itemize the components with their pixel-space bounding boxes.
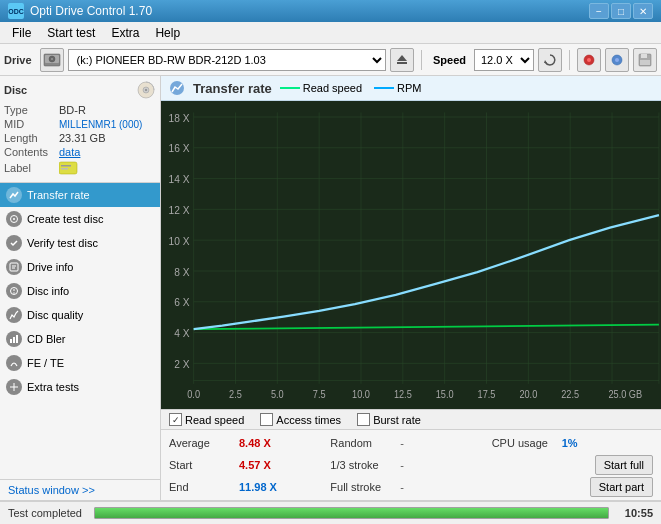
access-times-checkbox[interactable] [260,413,273,426]
nav-extra-tests[interactable]: Extra tests [0,375,160,399]
progress-bar [94,507,609,519]
progress-bar-fill [95,508,608,518]
full-stroke-label: Full stroke [330,481,400,493]
minimize-button[interactable]: − [589,3,609,19]
status-window-button[interactable]: Status window >> [0,479,160,500]
chart-header: Transfer rate Read speed RPM [161,76,661,101]
third-stroke-label: 1/3 stroke [330,459,400,471]
nav-verify-test-disc-label: Verify test disc [27,237,98,249]
nav-verify-test-disc[interactable]: Verify test disc [0,231,160,255]
nav-cd-bler[interactable]: CD Bler [0,327,160,351]
disc-panel-header: Disc [4,80,156,100]
svg-text:20.0: 20.0 [519,388,537,400]
legend-rpm: RPM [374,82,421,94]
svg-text:0.0: 0.0 [187,388,200,400]
stats-row-end: End 11.98 X Full stroke - Start part [169,476,653,498]
cb-read-speed[interactable]: ✓ Read speed [169,413,244,426]
svg-rect-28 [10,339,12,343]
svg-text:15.0: 15.0 [436,388,454,400]
disc-red-button[interactable] [577,48,601,72]
cpu-value: 1% [562,437,612,449]
maximize-button[interactable]: □ [611,3,631,19]
verify-test-disc-icon [6,235,22,251]
menu-start-test[interactable]: Start test [39,24,103,42]
random-value: - [400,437,430,449]
chart-icon [169,80,185,96]
nav-drive-info[interactable]: Drive info [0,255,160,279]
disc-label-icon [59,160,79,176]
toolbar-separator-1 [421,50,422,70]
burst-rate-checkbox[interactable] [357,413,370,426]
svg-point-27 [13,292,14,293]
cb-burst-rate[interactable]: Burst rate [357,413,421,426]
start-part-cell: Start part [492,477,653,497]
svg-text:18 X: 18 X [169,111,190,124]
eject-button[interactable] [390,48,414,72]
nav-disc-info[interactable]: Disc info [0,279,160,303]
disc-panel: Disc Type BD-R MID MILLENMR1 (000) Lengt… [0,76,160,183]
disc-mid-row: MID MILLENMR1 (000) [4,118,156,130]
disc-contents-value[interactable]: data [59,146,80,158]
toolbar-separator-2 [569,50,570,70]
disc-panel-title: Disc [4,84,27,96]
svg-text:16 X: 16 X [169,142,190,155]
nav-transfer-rate[interactable]: Transfer rate [0,183,160,207]
start-part-button[interactable]: Start part [590,477,653,497]
menu-file[interactable]: File [4,24,39,42]
cb-read-speed-label: Read speed [185,414,244,426]
read-speed-checkbox[interactable]: ✓ [169,413,182,426]
extra-tests-icon [6,379,22,395]
svg-text:17.5: 17.5 [478,388,496,400]
drive-selector[interactable]: (k:) PIONEER BD-RW BDR-212D 1.03 [68,49,386,71]
legend-rpm-label: RPM [397,82,421,94]
menu-help[interactable]: Help [147,24,188,42]
main-content: Disc Type BD-R MID MILLENMR1 (000) Lengt… [0,76,661,500]
disc-label-row: Label [4,160,156,176]
svg-point-16 [145,89,147,91]
legend-rpm-color [374,87,394,89]
close-button[interactable]: ✕ [633,3,653,19]
svg-text:6 X: 6 X [174,296,189,309]
cpu-label: CPU usage [492,437,562,449]
svg-text:12.5: 12.5 [394,388,412,400]
end-value: 11.98 X [239,481,289,493]
sidebar: Disc Type BD-R MID MILLENMR1 (000) Lengt… [0,76,161,500]
svg-text:2 X: 2 X [174,357,189,370]
stats-area: Average 8.48 X Random - CPU usage 1% Sta… [161,430,661,500]
nav-disc-quality[interactable]: Disc quality [0,303,160,327]
svg-text:14 X: 14 X [169,173,190,186]
drive-icon [40,48,64,72]
end-cell: End 11.98 X [169,481,330,493]
disc-type-value: BD-R [59,104,86,116]
status-bar: Test completed 10:55 [0,500,661,524]
nav-fe-te[interactable]: FE / TE [0,351,160,375]
svg-rect-5 [397,62,407,64]
refresh-button[interactable] [538,48,562,72]
svg-text:10.0: 10.0 [352,388,370,400]
nav-disc-quality-label: Disc quality [27,309,83,321]
start-cell: Start 4.57 X [169,459,330,471]
svg-text:5.0: 5.0 [271,388,284,400]
average-label: Average [169,437,239,449]
disc-contents-row: Contents data [4,146,156,158]
legend-read-speed: Read speed [280,82,362,94]
speed-selector[interactable]: 12.0 X ▼ [474,49,534,71]
svg-marker-4 [397,55,407,61]
start-full-button[interactable]: Start full [595,455,653,475]
menu-extra[interactable]: Extra [103,24,147,42]
cb-access-times[interactable]: Access times [260,413,341,426]
stats-row-start: Start 4.57 X 1/3 stroke - Start full [169,454,653,476]
full-stroke-cell: Full stroke - [330,481,491,493]
disc-blue-button[interactable] [605,48,629,72]
save-button[interactable] [633,48,657,72]
status-time: 10:55 [625,507,653,519]
svg-text:12 X: 12 X [169,203,190,216]
transfer-rate-icon [6,187,22,203]
svg-point-3 [51,58,53,60]
start-value: 4.57 X [239,459,289,471]
legend-read-speed-label: Read speed [303,82,362,94]
nav-items: Transfer rate Create test disc Verify [0,183,160,479]
disc-type-row: Type BD-R [4,104,156,116]
nav-create-test-disc[interactable]: Create test disc [0,207,160,231]
nav-fe-te-label: FE / TE [27,357,64,369]
